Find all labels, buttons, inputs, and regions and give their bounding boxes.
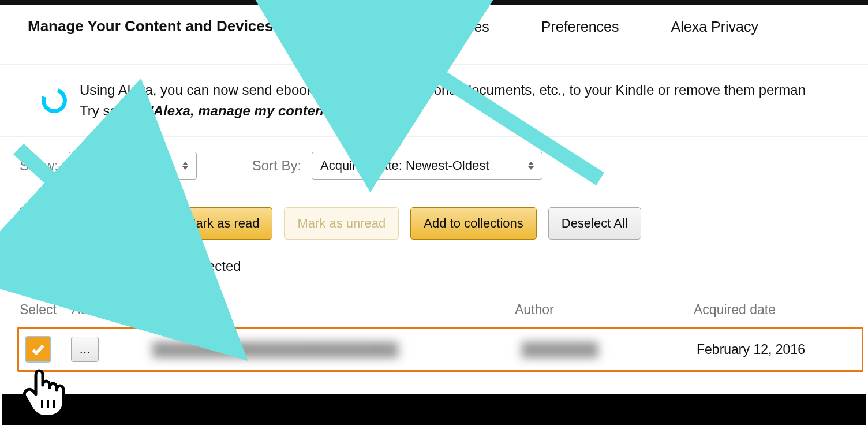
deselect-all-button[interactable]: Deselect All <box>548 207 641 240</box>
row-actions-cell: ... <box>74 337 148 362</box>
check-icon <box>31 342 46 357</box>
col-author[interactable]: Author <box>515 302 694 318</box>
sort-select[interactable]: Acquired date: Newest-Oldest <box>312 152 542 180</box>
sortby-label: Sort By: <box>252 158 301 174</box>
tab-content[interactable]: Content <box>335 18 386 46</box>
alexa-banner-line2-suffix: . <box>335 103 339 118</box>
scope-select-value: All <box>156 158 170 173</box>
alexa-banner-text: Using Alexa, you can now send ebooks, au… <box>80 80 806 121</box>
col-actions: Actions <box>72 302 145 318</box>
col-date[interactable]: Acquired date <box>694 302 868 318</box>
filter-row: Show: Books All Sort By: Acquired date: … <box>0 137 868 180</box>
alexa-banner-line2-prefix: Try saying <box>80 103 147 118</box>
header-tabs: Content Devices Preferences Alexa Privac… <box>335 18 758 46</box>
add-to-collections-button[interactable]: Add to collections <box>410 207 536 240</box>
row-title: ██████████████████████████ <box>148 340 402 360</box>
row-select-cell <box>23 337 74 361</box>
tab-alexa-privacy[interactable]: Alexa Privacy <box>671 18 758 46</box>
sort-icon <box>182 162 188 170</box>
alexa-banner-line2-emph: "Alexa, manage my content" <box>147 103 335 118</box>
tab-preferences[interactable]: Preferences <box>541 18 619 46</box>
row-author: ████████ <box>518 340 602 360</box>
showing-count: (1) | 1 selected <box>146 258 241 274</box>
alexa-banner-line1: Using Alexa, you can now send ebooks, au… <box>80 82 806 98</box>
row-title-cell: ██████████████████████████ <box>148 340 518 360</box>
bottom-strip <box>2 394 866 425</box>
page-title: Manage Your Content and Devices <box>28 17 273 46</box>
showing-prefix: Showing <box>20 258 77 274</box>
col-select: Select <box>20 302 72 318</box>
mark-unread-button: Mark as unread <box>284 207 399 240</box>
deliver-button[interactable]: Deliver <box>20 207 85 240</box>
sort-select-value: Acquired date: Newest-Oldest <box>320 158 489 173</box>
scope-select[interactable]: All <box>147 152 197 180</box>
sort-icon <box>528 162 534 170</box>
tab-devices[interactable]: Devices <box>438 18 489 46</box>
page-header: Manage Your Content and Devices Content … <box>0 5 868 46</box>
showing-bold: Books--All <box>77 258 146 274</box>
table-header: Select Actions Title Author Acquired dat… <box>0 274 868 323</box>
row-actions-button[interactable]: ... <box>71 337 99 362</box>
category-select-value: Books <box>77 158 113 173</box>
row-checkbox[interactable] <box>26 337 50 361</box>
bulk-action-row: Deliver Delete Mark as read Mark as unre… <box>0 180 868 240</box>
row-author-cell: ████████ <box>518 340 697 360</box>
show-label: Show: <box>20 158 58 174</box>
sort-icon <box>122 162 128 170</box>
delete-button[interactable]: Delete <box>97 207 160 240</box>
row-date-cell: February 12, 2016 <box>697 342 862 357</box>
mark-read-button[interactable]: Mark as read <box>172 207 272 240</box>
alexa-ring-icon <box>38 84 71 117</box>
row-date: February 12, 2016 <box>697 342 805 357</box>
col-title[interactable]: Title <box>145 302 515 318</box>
alexa-banner: Using Alexa, you can now send ebooks, au… <box>0 64 868 137</box>
window-top-strip <box>0 0 868 5</box>
showing-summary: Showing Books--All (1) | 1 selected <box>0 240 868 274</box>
table-row[interactable]: ... ██████████████████████████ ████████ … <box>17 327 863 372</box>
category-select[interactable]: Books <box>69 152 137 180</box>
